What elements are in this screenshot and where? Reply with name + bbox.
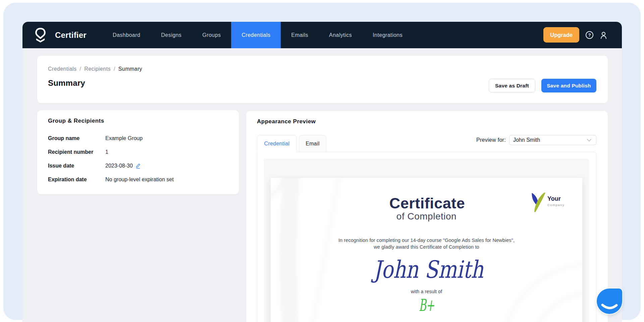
certificate-subtitle: of Completion	[271, 212, 582, 221]
nav-item-integrations[interactable]: Integrations	[362, 22, 413, 48]
save-and-publish-button[interactable]: Save and Publish	[541, 79, 596, 92]
group-name-row: Group name Example Group	[48, 135, 228, 149]
issue-date-label: Issue date	[48, 163, 105, 169]
certificate-body-line1: In recognition for completing our 14-day…	[271, 237, 582, 244]
group-recipients-card: Group & Recipients Group name Example Gr…	[37, 110, 239, 194]
chevron-down-icon	[587, 139, 592, 142]
chat-widget-button[interactable]	[597, 288, 622, 314]
nav-menu: Dashboard Designs Groups Credentials Ema…	[102, 22, 413, 48]
recipient-number-value: 1	[105, 149, 108, 155]
certificate-body-line2: we gladly award this Certificate of Comp…	[271, 244, 582, 250]
top-navbar: Certifier Dashboard Designs Groups Crede…	[22, 22, 622, 48]
company-logo-mark	[531, 193, 546, 213]
app-window: Certifier Dashboard Designs Groups Crede…	[22, 22, 622, 322]
header-actions: Save as Draft Save and Publish	[489, 79, 596, 92]
group-name-label: Group name	[48, 135, 105, 141]
recipient-number-row: Recipient number 1	[48, 149, 228, 163]
preview-canvas: Certificate of Completion Your Company	[264, 159, 589, 322]
group-info-rows: Group name Example Group Recipient numbe…	[48, 135, 228, 190]
issue-date-value-wrap: 2023-08-30	[105, 163, 141, 169]
group-name-value: Example Group	[105, 135, 143, 141]
certifier-shield-icon	[35, 28, 46, 43]
company-logo-name: Your	[547, 196, 565, 202]
nav-item-analytics[interactable]: Analytics	[319, 22, 362, 48]
issue-date-value: 2023-08-30	[105, 163, 133, 169]
preview-for-select[interactable]: John Smith	[509, 135, 596, 145]
preview-for: Preview for: John Smith	[476, 135, 596, 145]
user-icon[interactable]	[600, 31, 607, 40]
summary-header-card: Credentials / Recipients / Summary Summa…	[37, 56, 608, 103]
preview-card-title: Appearance Preview	[257, 118, 596, 125]
edit-issue-date-icon[interactable]	[136, 163, 141, 169]
preview-for-value: John Smith	[513, 137, 540, 143]
nav-item-designs[interactable]: Designs	[151, 22, 192, 48]
breadcrumb-credentials[interactable]: Credentials	[48, 66, 76, 72]
certificate-result-grade: B+	[314, 297, 539, 314]
preview-content-box: Certificate of Completion Your Company	[257, 152, 596, 322]
help-icon[interactable]: ?	[586, 31, 593, 39]
nav-item-dashboard[interactable]: Dashboard	[102, 22, 151, 48]
certificate-preview: Certificate of Completion Your Company	[271, 178, 582, 322]
chat-smile-icon	[597, 288, 622, 314]
nav-item-emails[interactable]: Emails	[281, 22, 319, 48]
certificate-body-text: In recognition for completing our 14-day…	[271, 237, 582, 250]
save-as-draft-button[interactable]: Save as Draft	[489, 79, 535, 92]
company-logo-subtitle: Company	[547, 203, 565, 207]
expiration-date-label: Expiration date	[48, 177, 105, 183]
certifier-logo[interactable]: Certifier	[35, 22, 87, 48]
breadcrumb: Credentials / Recipients / Summary	[48, 66, 597, 72]
group-card-title: Group & Recipients	[48, 118, 228, 124]
certificate-recipient-name: John Smith	[296, 258, 561, 281]
upgrade-button[interactable]: Upgrade	[543, 27, 579, 43]
expiration-date-value: No group-level expiration set	[105, 177, 174, 183]
appearance-preview-card: Appearance Preview Credential Email Prev…	[246, 111, 608, 322]
brand-name: Certifier	[55, 30, 87, 40]
expiration-date-row: Expiration date No group-level expiratio…	[48, 177, 228, 190]
certificate-result-label: with a result of	[271, 289, 582, 294]
company-logo: Your Company	[531, 193, 565, 213]
recipient-number-label: Recipient number	[48, 149, 105, 155]
breadcrumb-summary: Summary	[118, 66, 142, 72]
breadcrumb-recipients[interactable]: Recipients	[84, 66, 111, 72]
company-logo-text: Your Company	[547, 193, 565, 213]
issue-date-row: Issue date 2023-08-30	[48, 163, 228, 177]
nav-item-credentials[interactable]: Credentials	[231, 22, 281, 48]
tab-email[interactable]: Email	[299, 135, 326, 152]
preview-for-label: Preview for:	[476, 137, 506, 143]
tab-credential[interactable]: Credential	[257, 135, 297, 152]
nav-item-groups[interactable]: Groups	[192, 22, 231, 48]
